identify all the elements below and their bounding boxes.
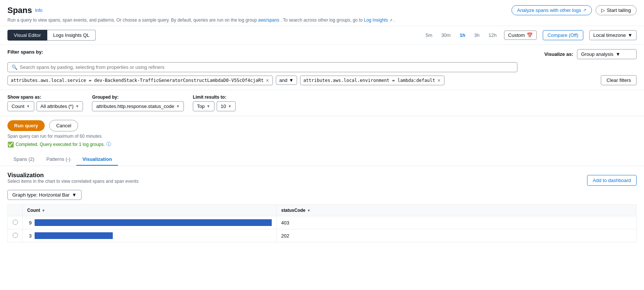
- page-title: Spans: [7, 6, 32, 15]
- run-query-button[interactable]: Run query: [7, 120, 45, 131]
- graph-type-chevron-icon: ▼: [72, 192, 77, 198]
- all-attributes-chevron-icon: ▼: [75, 104, 79, 108]
- status-info-icon: ⓘ: [106, 141, 111, 147]
- show-spans-group: Show spans as: Count ▼ All attributes (*…: [7, 95, 83, 111]
- tab-logs-insights[interactable]: Logs Insights QL: [47, 30, 96, 41]
- add-to-dashboard-button[interactable]: Add to dashboard: [587, 175, 637, 186]
- tab-visual-editor[interactable]: Visual Editor: [7, 30, 47, 41]
- timezone-button[interactable]: Local timezone ▼: [589, 30, 637, 40]
- bar-fill: [35, 219, 272, 226]
- limit-top-chevron-icon: ▼: [207, 104, 210, 108]
- table-row: 9403: [8, 216, 637, 229]
- limit-results-group: Limit results to: Top ▼ 10 ▼: [193, 95, 236, 111]
- filter-tag-2-close[interactable]: ×: [437, 77, 441, 83]
- limit-num-dropdown[interactable]: 10 ▼: [217, 101, 236, 111]
- custom-time-button[interactable]: Custom 📅: [504, 31, 537, 40]
- row-radio[interactable]: [13, 220, 18, 225]
- time-3h[interactable]: 3h: [473, 32, 481, 39]
- aws-spans-link[interactable]: aws/spans: [258, 17, 280, 23]
- row-radio[interactable]: [13, 233, 18, 238]
- count-cell: 3: [23, 229, 277, 242]
- limit-top-dropdown[interactable]: Top ▼: [193, 101, 214, 111]
- visualize-dropdown[interactable]: Group analysis ▼: [577, 49, 637, 59]
- info-button[interactable]: Info: [35, 8, 42, 13]
- filter-search-input[interactable]: [20, 64, 513, 70]
- statuscode-cell: 202: [277, 229, 637, 242]
- filter-search-box[interactable]: 🔍: [7, 62, 517, 72]
- table-row: 3202: [8, 229, 637, 242]
- calendar-icon: 📅: [527, 32, 533, 38]
- result-tabs: Spans (2) Patterns (-) Visualization: [0, 153, 644, 166]
- start-tailing-button[interactable]: ▷ Start tailing: [596, 5, 637, 15]
- visualize-label: Visualize as:: [544, 51, 573, 57]
- grouped-by-chevron-icon: ▼: [176, 104, 180, 108]
- time-range-controls: 5m 30m 1h 3h 12h Custom 📅: [424, 31, 537, 40]
- tailing-icon: ▷: [601, 7, 605, 13]
- time-30m[interactable]: 30m: [440, 32, 452, 39]
- graph-type-button[interactable]: Graph type: Horizontal Bar ▼: [7, 190, 82, 200]
- col-header-count[interactable]: Count ▼: [23, 205, 277, 216]
- filter-tag-1-close[interactable]: ×: [265, 77, 270, 83]
- col-header-select: [8, 205, 23, 216]
- span-note: Span query can run for maximum of 60 min…: [7, 134, 103, 139]
- log-insights-external-icon: ↗: [389, 18, 392, 22]
- bar-track: [35, 232, 272, 239]
- viz-subtitle: Select items in the chart to view correl…: [7, 179, 138, 184]
- tab-visualization[interactable]: Visualization: [76, 153, 118, 166]
- status-text: Completed. Query executed for 1 log grou…: [16, 142, 105, 147]
- status-check-icon: ✅: [7, 141, 14, 147]
- col-header-statuscode[interactable]: statusCode ▼: [277, 205, 637, 216]
- count-sort-icon: ▼: [42, 208, 45, 213]
- search-icon: 🔍: [12, 64, 17, 70]
- log-insights-link[interactable]: Log Insights ↗: [364, 17, 393, 23]
- visualize-chevron-icon: ▼: [616, 51, 621, 57]
- filter-operator[interactable]: and ▼: [276, 76, 297, 85]
- editor-tab-group: Visual Editor Logs Insights QL: [7, 30, 96, 41]
- viz-title: Visualization: [7, 172, 138, 179]
- time-12h[interactable]: 12h: [487, 32, 498, 39]
- bar-track: [35, 219, 272, 226]
- filter-tag-2: attributes.aws.local.environment = lambd…: [300, 76, 444, 85]
- cancel-button[interactable]: Cancel: [49, 120, 78, 131]
- tab-patterns[interactable]: Patterns (-): [40, 153, 76, 166]
- time-1h[interactable]: 1h: [458, 32, 467, 39]
- grouped-by-group: Grouped by: attributes.http.response.sta…: [92, 95, 184, 111]
- tab-spans[interactable]: Spans (2): [7, 153, 40, 166]
- show-spans-dropdown[interactable]: Count ▼: [7, 101, 34, 111]
- time-5m[interactable]: 5m: [424, 32, 434, 39]
- grouped-by-dropdown[interactable]: attributes.http.response.status_code ▼: [92, 101, 184, 111]
- count-value: 3: [27, 233, 32, 239]
- count-value: 9: [27, 220, 32, 226]
- statuscode-sort-icon: ▼: [307, 208, 311, 213]
- clear-filters-button[interactable]: Clear filters: [601, 75, 637, 85]
- external-link-icon: ↗: [583, 8, 586, 13]
- results-table: Count ▼ statusCode ▼ 94033202: [7, 204, 637, 242]
- count-cell: 9: [23, 216, 277, 229]
- statuscode-cell: 403: [277, 216, 637, 229]
- timezone-chevron-icon: ▼: [628, 32, 632, 38]
- limit-num-chevron-icon: ▼: [228, 104, 232, 108]
- compare-button[interactable]: Compare (Off): [543, 30, 583, 40]
- analyze-spans-button[interactable]: Analyze spans with other logs ↗: [511, 5, 592, 15]
- show-spans-chevron-icon: ▼: [26, 104, 30, 108]
- all-attributes-dropdown[interactable]: All attributes (*) ▼: [36, 101, 83, 111]
- page-subtitle: Run a query to view spans, span events, …: [7, 17, 637, 23]
- bar-fill: [35, 232, 113, 239]
- operator-chevron-icon: ▼: [289, 77, 294, 83]
- filter-tag-1: attributes.aws.local.service = dev-Backe…: [7, 76, 273, 85]
- filter-label: Filter spans by:: [7, 49, 43, 55]
